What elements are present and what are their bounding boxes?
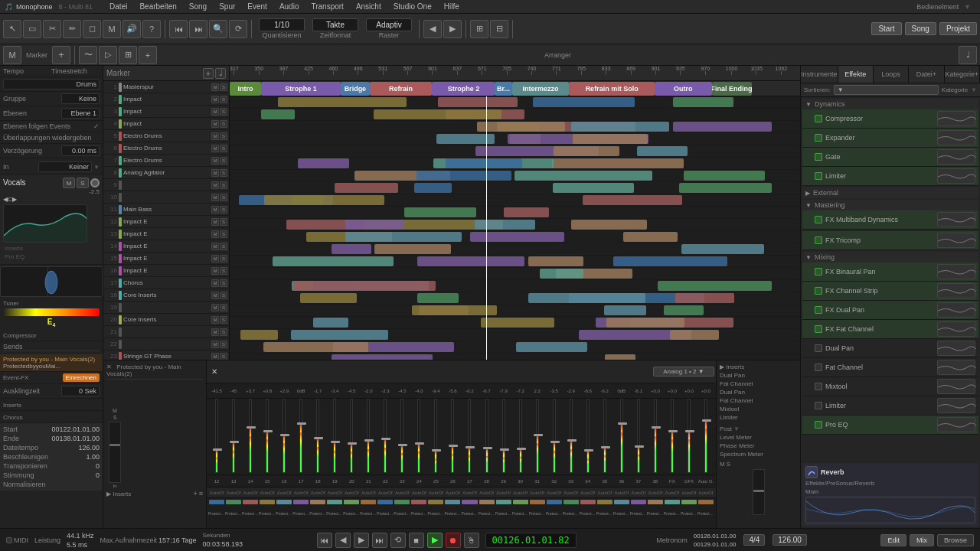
- track-clip[interactable]: [637, 146, 687, 156]
- track-clip[interactable]: [313, 318, 348, 328]
- track-solo-btn[interactable]: S: [220, 169, 227, 177]
- fader-handle[interactable]: [534, 434, 543, 436]
- track-solo-btn[interactable]: S: [220, 353, 227, 360]
- track-mute-btn[interactable]: M: [211, 96, 219, 103]
- fader-handle[interactable]: [331, 441, 340, 443]
- track-mute-btn[interactable]: M: [211, 243, 219, 250]
- fader-handle[interactable]: [685, 430, 694, 432]
- fader-handle[interactable]: [415, 442, 424, 445]
- record-transport-btn[interactable]: ⏺: [446, 533, 461, 548]
- track-clip[interactable]: [673, 97, 733, 107]
- track-row[interactable]: 8Analog AgitatorMS: [103, 167, 229, 179]
- track-mute-btn[interactable]: M: [211, 194, 219, 201]
- track-row[interactable]: 1MasterspurMS: [103, 81, 229, 93]
- fx-item-limiter[interactable]: Limiter: [802, 396, 978, 416]
- mixer-post-menu[interactable]: ▼: [733, 425, 740, 432]
- track-clip[interactable]: [263, 342, 368, 352]
- track-clip[interactable]: [553, 183, 633, 193]
- view2-btn[interactable]: ⊟: [490, 20, 508, 38]
- section-final-ending[interactable]: Final Ending: [712, 82, 752, 96]
- track-clip[interactable]: [516, 342, 587, 352]
- fader-handle[interactable]: [381, 438, 390, 440]
- track-clip[interactable]: [264, 195, 384, 205]
- track-clip[interactable]: [345, 220, 403, 230]
- menu-item-hilfe[interactable]: Hilfe: [438, 2, 466, 11]
- track-clip[interactable]: [291, 330, 388, 340]
- track-row[interactable]: 15Impact EMS: [103, 253, 229, 265]
- track-mute-btn[interactable]: M: [211, 206, 219, 214]
- track-clip[interactable]: [573, 134, 647, 144]
- start-button[interactable]: Start: [871, 22, 901, 35]
- track-clip[interactable]: [670, 330, 720, 340]
- fx-item-dual-pan[interactable]: Dual Pan: [802, 339, 978, 358]
- fader-handle[interactable]: [280, 434, 289, 436]
- mixer-inserts-add[interactable]: +: [193, 490, 197, 497]
- fader-handle[interactable]: [398, 444, 407, 446]
- track-row[interactable]: 7Electro DrumsMS: [103, 155, 229, 167]
- erase-tool[interactable]: ◻: [83, 20, 101, 38]
- vol-tool[interactable]: 🔊: [122, 20, 141, 38]
- project-button[interactable]: Projekt: [939, 22, 977, 35]
- mixer-left-close[interactable]: ✕: [106, 364, 112, 370]
- track-clip[interactable]: [412, 305, 497, 315]
- tb2-btn4[interactable]: +: [139, 46, 157, 64]
- track-row[interactable]: 21MS: [103, 326, 229, 338]
- fader-handle[interactable]: [314, 437, 323, 439]
- track-row[interactable]: 5Electro DrumsMS: [103, 130, 229, 142]
- section-br...[interactable]: Br...: [495, 82, 511, 96]
- menu-item-ansicht[interactable]: Ansicht: [350, 2, 387, 11]
- menu-item-song[interactable]: Song: [183, 2, 213, 11]
- track-row[interactable]: 3ImpactMS: [103, 106, 229, 118]
- track-solo-btn[interactable]: S: [220, 255, 227, 262]
- track-clip[interactable]: [552, 158, 684, 168]
- click-button[interactable]: 🖱: [464, 533, 479, 548]
- fader-handle[interactable]: [668, 430, 678, 432]
- marker-tool[interactable]: M: [3, 46, 21, 64]
- zoom2-tool[interactable]: ⟳: [229, 20, 247, 38]
- fader-handle[interactable]: [449, 445, 458, 447]
- delay-value[interactable]: 0.00 ms: [61, 145, 100, 156]
- track-solo-btn[interactable]: S: [220, 96, 227, 103]
- cursor-tool[interactable]: ↖: [3, 20, 21, 38]
- rewind-button[interactable]: ⏮: [317, 533, 332, 548]
- track-clip[interactable]: [679, 183, 772, 193]
- track-clip[interactable]: [374, 244, 451, 254]
- fader-handle[interactable]: [213, 448, 222, 451]
- track-clip[interactable]: [293, 281, 436, 291]
- tracks-area[interactable]: [230, 96, 800, 360]
- nav-left[interactable]: ◀: [423, 20, 442, 38]
- layers-value[interactable]: Ebene 1: [61, 108, 100, 119]
- track-clip[interactable]: [273, 256, 394, 266]
- inserts-label[interactable]: Inserts: [3, 244, 100, 253]
- track-solo-btn[interactable]: S: [220, 83, 227, 91]
- fader-handle[interactable]: [230, 441, 239, 443]
- track-clip[interactable]: [571, 220, 647, 230]
- fader-handle[interactable]: [466, 446, 475, 448]
- track-clip[interactable]: [606, 318, 685, 328]
- section-bridge[interactable]: Bridge: [341, 82, 369, 96]
- add-marker[interactable]: +: [52, 46, 70, 64]
- add-track-button[interactable]: +: [203, 68, 214, 79]
- track-clip[interactable]: [332, 244, 371, 254]
- track-clip[interactable]: [278, 97, 407, 107]
- menu-item-event[interactable]: Event: [241, 2, 273, 11]
- fx-item-fx-tricomp[interactable]: FX Tricomp: [802, 231, 978, 250]
- track-clip[interactable]: [605, 354, 635, 360]
- track-mute-btn[interactable]: M: [211, 108, 219, 116]
- track-solo-btn[interactable]: S: [220, 304, 227, 311]
- record-button[interactable]: [90, 178, 100, 187]
- einrechnen-button[interactable]: Einrechnen: [63, 373, 100, 382]
- pro-eq-label[interactable]: Pro EQ: [3, 253, 100, 261]
- mix-button[interactable]: Mix: [910, 534, 934, 546]
- track-mute-btn[interactable]: M: [211, 316, 219, 324]
- ausklingzeit-value[interactable]: 0 Sek: [61, 386, 100, 396]
- track-clip[interactable]: [604, 305, 646, 315]
- fader-handle[interactable]: [517, 448, 526, 450]
- track-clip[interactable]: [436, 134, 495, 144]
- in-value[interactable]: Keiner: [38, 161, 92, 172]
- track-row[interactable]: 17ChorusMS: [103, 277, 229, 289]
- mute-button[interactable]: M: [63, 178, 75, 188]
- track-clip[interactable]: [374, 109, 501, 119]
- fx-item-fat-channel[interactable]: Fat Channel: [802, 358, 978, 377]
- track-clip[interactable]: [675, 293, 734, 303]
